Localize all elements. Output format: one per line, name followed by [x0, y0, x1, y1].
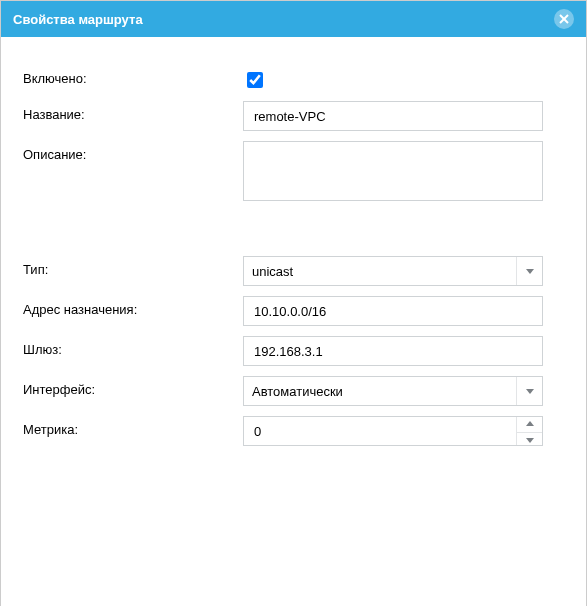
dialog-title: Свойства маршрута: [13, 12, 143, 27]
enabled-checkbox[interactable]: [247, 72, 263, 88]
close-button[interactable]: [554, 9, 574, 29]
spinner-up-button[interactable]: [517, 417, 542, 432]
close-icon: [559, 12, 569, 27]
chevron-down-icon: [516, 257, 542, 285]
chevron-down-icon: [516, 377, 542, 405]
chevron-down-icon: [525, 433, 535, 448]
dialog-body: Включено: Название: Описание: Тип:: [1, 37, 586, 606]
destination-input[interactable]: [252, 297, 534, 325]
gateway-input[interactable]: [252, 337, 534, 365]
svg-marker-5: [526, 438, 534, 443]
type-label: Тип:: [23, 256, 243, 277]
name-input[interactable]: [252, 102, 534, 130]
chevron-up-icon: [525, 417, 535, 432]
destination-input-wrapper: [243, 296, 543, 326]
metric-input[interactable]: [252, 417, 514, 445]
description-textarea[interactable]: [243, 141, 543, 201]
enabled-label: Включено:: [23, 65, 243, 86]
gateway-input-wrapper: [243, 336, 543, 366]
svg-marker-2: [526, 269, 534, 274]
gateway-label: Шлюз:: [23, 336, 243, 357]
type-select[interactable]: unicast: [243, 256, 543, 286]
description-label: Описание:: [23, 141, 243, 162]
name-input-wrapper: [243, 101, 543, 131]
interface-value: Автоматически: [252, 384, 343, 399]
name-label: Название:: [23, 101, 243, 122]
route-properties-dialog: Свойства маршрута Включено: Название: Оп…: [0, 0, 587, 606]
metric-spinner[interactable]: [243, 416, 543, 446]
titlebar: Свойства маршрута: [1, 1, 586, 37]
type-value: unicast: [252, 264, 293, 279]
spinner-down-button[interactable]: [517, 432, 542, 448]
svg-marker-3: [526, 389, 534, 394]
destination-label: Адрес назначения:: [23, 296, 243, 317]
svg-marker-4: [526, 421, 534, 426]
interface-select[interactable]: Автоматически: [243, 376, 543, 406]
metric-label: Метрика:: [23, 416, 243, 437]
interface-label: Интерфейс:: [23, 376, 243, 397]
